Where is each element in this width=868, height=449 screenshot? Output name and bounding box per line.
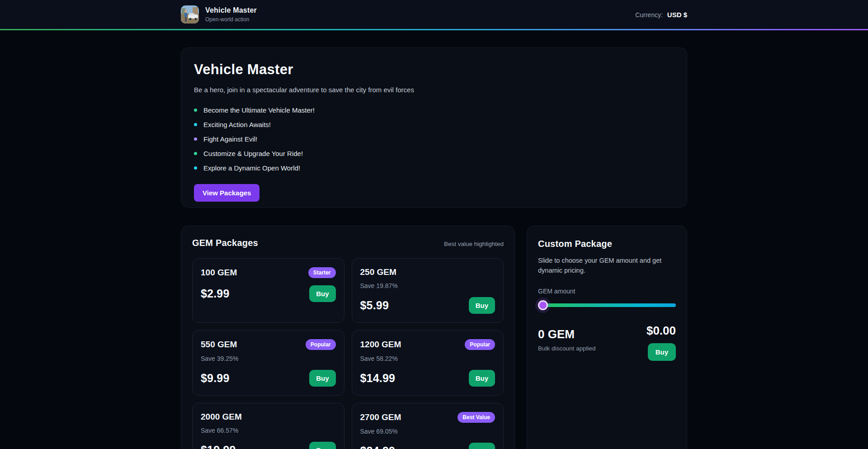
package-card: 550 GEMPopularSave 39.25%$9.99Buy (192, 330, 344, 396)
feature-item: Customize & Upgrade Your Ride! (194, 146, 674, 161)
slider-track[interactable] (538, 303, 676, 307)
package-card-header: 250 GEM (360, 267, 495, 277)
custom-description: Slide to choose your GEM amount and get … (538, 255, 676, 276)
package-card-footer: $9.99Buy (201, 370, 336, 387)
package-grid: 100 GEMStarter$2.99Buy250 GEMSave 19.87%… (192, 258, 504, 449)
package-badge: Popular (465, 339, 495, 350)
package-card-header: 1200 GEMPopular (360, 339, 495, 350)
package-price: $24.99 (360, 444, 396, 449)
package-card: 1200 GEMPopularSave 58.22%$14.99Buy (352, 330, 504, 396)
gem-amount-slider[interactable] (538, 300, 676, 310)
package-name: 550 GEM (201, 340, 237, 350)
package-buy-button[interactable]: Buy (469, 443, 495, 449)
slider-thumb[interactable] (538, 300, 548, 310)
custom-result-right: $0.00 Buy (646, 324, 676, 361)
package-badge: Best Value (458, 412, 495, 423)
package-save-label: Save 19.87% (360, 282, 495, 290)
hero-card: Vehicle Master Be a hero, join in a spec… (181, 47, 687, 208)
package-name: 250 GEM (360, 267, 396, 277)
gem-packages-panel: GEM Packages Best value highlighted 100 … (181, 226, 515, 449)
feature-label: Customize & Upgrade Your Ride! (203, 150, 303, 157)
package-card-header: 2000 GEM (201, 412, 336, 422)
package-price: $5.99 (360, 299, 389, 312)
bullet-dot-icon (194, 166, 197, 170)
package-card-footer: $2.99Buy (201, 285, 336, 302)
package-save-label: Save 66.57% (201, 427, 336, 435)
feature-item: Explore a Dynamic Open World! (194, 161, 674, 175)
package-card-footer: $5.99Buy (360, 297, 495, 314)
custom-price: $0.00 (646, 324, 676, 338)
slider-label: GEM amount (538, 288, 676, 295)
package-card: 2700 GEMBest ValueSave 69.05%$24.99Buy (352, 403, 504, 449)
feature-item: Become the Ultimate Vehicle Master! (194, 103, 674, 117)
package-card: 2000 GEMSave 66.57%$19.99Buy (192, 403, 344, 449)
gem-amount-value: 0 GEM (538, 327, 596, 341)
custom-buy-button[interactable]: Buy (648, 343, 676, 361)
package-name: 1200 GEM (360, 340, 401, 350)
package-buy-button[interactable]: Buy (309, 370, 335, 387)
package-buy-button[interactable]: Buy (309, 442, 335, 449)
package-card-header: 550 GEMPopular (201, 339, 336, 350)
package-badge: Starter (308, 267, 336, 278)
package-price: $14.99 (360, 372, 396, 385)
hero-description: Be a hero, join in a spectacular adventu… (194, 86, 674, 94)
bullet-dot-icon (194, 123, 197, 126)
package-card-footer: $19.99Buy (201, 442, 336, 449)
bullet-dot-icon (194, 109, 197, 112)
currency-label: Currency: (635, 11, 663, 19)
bulk-discount-note: Bulk discount applied (538, 345, 596, 352)
package-price: $2.99 (201, 287, 230, 300)
package-save-label: Save 58.22% (360, 355, 495, 363)
package-buy-button[interactable]: Buy (309, 285, 335, 302)
feature-item: Exciting Action Awaits! (194, 117, 674, 132)
currency-value: USD $ (667, 11, 687, 19)
package-buy-button[interactable]: Buy (469, 297, 495, 314)
custom-package-panel: Custom Package Slide to choose your GEM … (527, 226, 687, 449)
package-card-footer: $14.99Buy (360, 370, 495, 387)
package-card: 100 GEMStarter$2.99Buy (192, 258, 344, 323)
package-price: $9.99 (201, 372, 230, 385)
feature-label: Exciting Action Awaits! (203, 121, 271, 128)
app-logo-icon (181, 5, 199, 24)
packages-title: GEM Packages (192, 238, 258, 248)
package-badge: Popular (306, 339, 336, 350)
brand: Vehicle Master Open-world action (181, 5, 257, 24)
package-name: 2700 GEM (360, 412, 401, 422)
feature-label: Become the Ultimate Vehicle Master! (203, 106, 315, 114)
package-card-header: 2700 GEMBest Value (360, 412, 495, 423)
package-buy-button[interactable]: Buy (469, 370, 495, 387)
package-price: $19.99 (201, 444, 236, 449)
package-card: 250 GEMSave 19.87%$5.99Buy (352, 258, 504, 323)
package-card-header: 100 GEMStarter (201, 267, 336, 278)
feature-item: Fight Against Evil! (194, 132, 674, 146)
feature-label: Fight Against Evil! (203, 135, 257, 143)
package-save-label: Save 69.05% (360, 428, 495, 435)
package-card-footer: $24.99Buy (360, 443, 495, 449)
bullet-dot-icon (194, 137, 197, 141)
hero-title: Vehicle Master (194, 61, 674, 78)
package-name: 2000 GEM (201, 412, 242, 422)
package-save-label: Save 39.25% (201, 355, 336, 363)
topbar: Vehicle Master Open-world action Currenc… (0, 0, 868, 29)
app-subtitle: Open-world action (205, 16, 257, 23)
header-gradient-divider (0, 29, 868, 30)
view-packages-button[interactable]: View Packages (194, 184, 259, 202)
custom-title: Custom Package (538, 239, 676, 249)
feature-label: Explore a Dynamic Open World! (203, 164, 300, 172)
package-name: 100 GEM (201, 268, 237, 278)
feature-list: Become the Ultimate Vehicle Master!Excit… (194, 103, 674, 175)
bullet-dot-icon (194, 152, 197, 155)
currency-selector[interactable]: Currency: USD $ (635, 11, 687, 19)
packages-hint: Best value highlighted (444, 241, 504, 247)
app-title: Vehicle Master (205, 6, 257, 14)
custom-result-left: 0 GEM Bulk discount applied (538, 324, 596, 361)
